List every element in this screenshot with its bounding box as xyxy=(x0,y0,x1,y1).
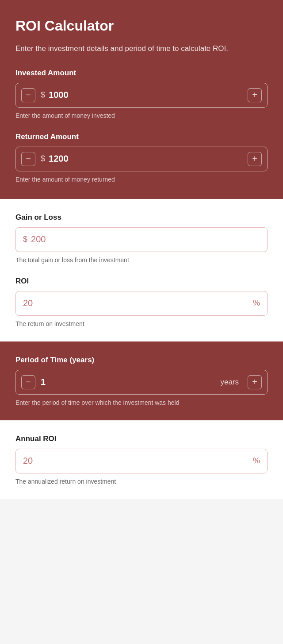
light-middle-section: Gain or Loss $ 200 The total gain or los… xyxy=(0,199,283,341)
roi-value: 20 xyxy=(23,298,33,308)
app-title: ROI Calculator xyxy=(15,18,268,34)
period-value-container: 1 years xyxy=(41,377,242,387)
roi-hint: The return on investment xyxy=(15,320,268,327)
annual-roi-group: Annual ROI 20 % The annualized return on… xyxy=(15,435,268,485)
invested-amount-group: Invested Amount − $ 1000 + Enter the amo… xyxy=(15,69,268,119)
invested-amount-increment-button[interactable]: + xyxy=(242,83,267,107)
roi-group: ROI 20 % The return on investment xyxy=(15,277,268,327)
invested-amount-currency: $ xyxy=(41,90,45,100)
dark-top-section: ROI Calculator Enter the investment deta… xyxy=(0,0,283,199)
invested-amount-value-container: $ 1000 xyxy=(41,90,242,100)
gain-or-loss-currency: $ xyxy=(23,235,27,244)
gain-or-loss-group: Gain or Loss $ 200 The total gain or los… xyxy=(15,213,268,264)
period-value: 1 xyxy=(41,377,46,387)
returned-amount-group: Returned Amount − $ 1200 + Enter the amo… xyxy=(15,132,268,183)
gain-or-loss-value: 200 xyxy=(31,234,46,244)
period-of-time-stepper: − 1 years + xyxy=(15,370,268,395)
period-increment-button[interactable]: + xyxy=(242,370,267,394)
decrement-icon: − xyxy=(21,88,35,102)
decrement-icon-3: − xyxy=(21,375,35,389)
period-of-time-hint: Enter the period of time over which the … xyxy=(15,399,268,406)
gain-or-loss-field: $ 200 xyxy=(15,227,268,252)
increment-icon-2: + xyxy=(248,152,262,166)
period-unit: years xyxy=(220,378,239,387)
period-of-time-group: Period of Time (years) − 1 years + Enter… xyxy=(15,356,268,406)
annual-roi-value: 20 xyxy=(23,456,33,466)
returned-amount-hint: Enter the amount of money returned xyxy=(15,176,268,183)
annual-roi-suffix: % xyxy=(253,456,260,466)
annual-roi-label: Annual ROI xyxy=(15,435,268,443)
gain-or-loss-hint: The total gain or loss from the investme… xyxy=(15,256,268,264)
invested-amount-number: 1000 xyxy=(49,90,69,100)
gain-or-loss-label: Gain or Loss xyxy=(15,213,268,222)
returned-amount-stepper: − $ 1200 + xyxy=(15,147,268,171)
light-bottom-section: Annual ROI 20 % The annualized return on… xyxy=(0,420,283,499)
dark-bottom-section: Period of Time (years) − 1 years + Enter… xyxy=(0,341,283,420)
increment-icon-3: + xyxy=(248,375,262,389)
period-of-time-label: Period of Time (years) xyxy=(15,356,268,365)
invested-amount-decrement-button[interactable]: − xyxy=(16,83,41,107)
invested-amount-hint: Enter the amount of money invested xyxy=(15,112,268,119)
roi-label: ROI xyxy=(15,277,268,286)
roi-suffix: % xyxy=(253,299,260,308)
returned-amount-number: 1200 xyxy=(49,154,69,164)
roi-field: 20 % xyxy=(15,291,268,316)
app-subtitle: Enter the investment details and period … xyxy=(15,43,268,54)
annual-roi-hint: The annualized return on investment xyxy=(15,478,268,485)
invested-amount-label: Invested Amount xyxy=(15,69,268,78)
returned-amount-value-container: $ 1200 xyxy=(41,154,242,164)
increment-icon: + xyxy=(248,88,262,102)
returned-amount-label: Returned Amount xyxy=(15,132,268,141)
period-decrement-button[interactable]: − xyxy=(16,370,41,394)
invested-amount-stepper: − $ 1000 + xyxy=(15,83,268,108)
annual-roi-field: 20 % xyxy=(15,449,268,473)
returned-amount-increment-button[interactable]: + xyxy=(242,147,267,171)
decrement-icon-2: − xyxy=(21,152,35,166)
returned-amount-currency: $ xyxy=(41,154,45,163)
returned-amount-decrement-button[interactable]: − xyxy=(16,147,41,171)
